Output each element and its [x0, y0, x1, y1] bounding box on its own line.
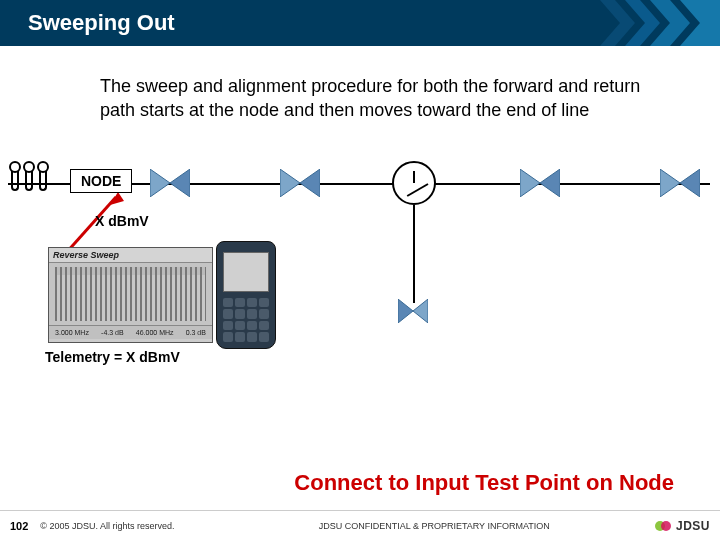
amplifier-icon	[520, 169, 560, 197]
drop-cable	[413, 205, 415, 303]
node-label: NODE	[70, 169, 132, 193]
telemetry-label: Telemetry = X dBmV	[45, 349, 180, 365]
slide-footer: 102 © 2005 JDSU. All rights reserved. JD…	[0, 510, 720, 540]
field-meter-icon	[216, 241, 276, 349]
jdsu-logo: JDSU	[654, 517, 710, 535]
callout-text: Connect to Input Test Point on Node	[294, 470, 674, 496]
screenshot-footer: 3.000 MHz -4.3 dB 46.000 MHz 0.3 dB	[49, 325, 212, 339]
screenshot-title: Reverse Sweep	[49, 248, 212, 263]
logo-text: JDSU	[676, 519, 710, 533]
amplifier-icon	[660, 169, 700, 197]
tap-icon	[392, 161, 436, 205]
x-dbmv-label: X dBmV	[95, 213, 149, 229]
confidential-notice: JDSU CONFIDENTIAL & PROPRIETARY INFORMAT…	[215, 521, 654, 531]
page-title: Sweeping Out	[28, 10, 175, 36]
drop-amplifier-icon	[398, 299, 428, 323]
network-diagram: NODE X dBmV Reverse Sweep 3.000 MHz -4.3…	[0, 153, 720, 373]
title-bar: Sweeping Out	[0, 0, 720, 46]
copyright: © 2005 JDSU. All rights reserved.	[40, 521, 174, 531]
svg-point-1	[661, 521, 671, 531]
body-paragraph: The sweep and alignment procedure for bo…	[100, 74, 670, 123]
page-number: 102	[10, 520, 28, 532]
footer-val: 0.3 dB	[186, 329, 206, 336]
footer-val: 3.000 MHz	[55, 329, 89, 336]
title-chevrons	[600, 0, 720, 46]
footer-val: 46.000 MHz	[136, 329, 174, 336]
amplifier-icon	[280, 169, 320, 197]
sweep-screenshot: Reverse Sweep 3.000 MHz -4.3 dB 46.000 M…	[48, 247, 213, 343]
logo-icon	[654, 517, 672, 535]
headend-icon	[6, 161, 48, 195]
footer-val: -4.3 dB	[101, 329, 124, 336]
